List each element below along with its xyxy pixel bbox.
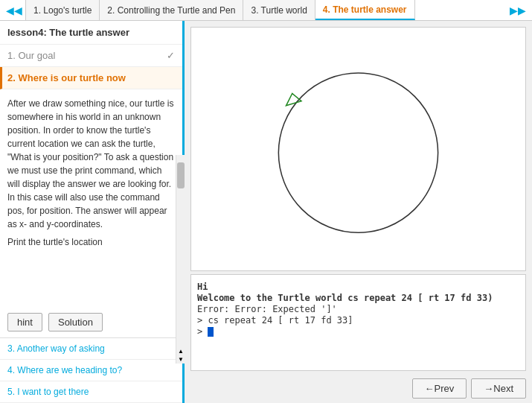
terminal-prompt: > (197, 326, 202, 337)
hint-solution-row: hint Solution (0, 307, 182, 337)
terminal-line-2: Welcome to the Turtle world cs repeat 24… (197, 293, 519, 303)
tab-turtle-answer[interactable]: 4. The turtle answer (315, 0, 415, 20)
sidebar-scrollbar[interactable]: ▲ ▼ (176, 155, 185, 364)
lesson-item-1[interactable]: 1. Our goal ✓ (0, 45, 182, 67)
tab-logos-turtle[interactable]: 1. Logo's turtle (25, 0, 100, 20)
sidebar-scroll-down[interactable]: ▼ (177, 355, 185, 364)
sidebar-wrapper: lesson4: The turtle answer 1. Our goal ✓… (0, 21, 185, 403)
top-nav-bar: ◀◀ 1. Logo's turtle 2. Controlling the T… (0, 0, 532, 21)
tab-turtle-world[interactable]: 3. Turtle world (243, 0, 315, 20)
terminal[interactable]: Hi Welcome to the Turtle world cs repeat… (190, 274, 526, 371)
terminal-command-1: cs repeat 24 [ rt 17 fd 33) (342, 293, 493, 303)
sidebar-scroll-up[interactable]: ▲ (177, 347, 185, 355)
sidebar-scroll-handle[interactable] (177, 162, 185, 188)
svg-marker-1 (286, 94, 301, 106)
lesson-item-1-label: 1. Our goal (7, 50, 55, 61)
sidebar-header: lesson4: The turtle answer (0, 21, 182, 45)
terminal-cursor (208, 327, 214, 337)
tab-controlling-turtle[interactable]: 2. Controlling the Turtle and Pen (100, 0, 243, 20)
other-items: 3. Another way of asking 4. Where are we… (0, 337, 182, 403)
lesson-text: After we draw something nice, our turtle… (7, 97, 175, 231)
lesson-item-2[interactable]: 2. Where is our turtle now (0, 67, 182, 89)
next-button[interactable]: →Next (471, 378, 526, 399)
content-area: Hi Welcome to the Turtle world cs repeat… (185, 21, 532, 403)
bottom-nav: ←Prev →Next (185, 374, 532, 403)
terminal-line-6: > (197, 326, 519, 337)
lesson-item-3[interactable]: 3. Another way of asking (0, 338, 182, 360)
svg-point-0 (278, 73, 438, 232)
prev-arrow[interactable]: ◀◀ (3, 4, 25, 16)
prev-button[interactable]: ←Prev (412, 378, 467, 399)
terminal-line-4: Error: Error: Expected ']' (197, 304, 519, 314)
next-arrow[interactable]: ▶▶ (507, 4, 529, 16)
lesson-item-1-check: ✓ (167, 50, 175, 61)
main-layout: lesson4: The turtle answer 1. Our goal ✓… (0, 21, 532, 403)
sidebar: lesson4: The turtle answer 1. Our goal ✓… (0, 21, 185, 403)
lesson-item-2-label: 2. Where is our turtle now (7, 72, 126, 83)
lesson-item-5[interactable]: 5. I want to get there (0, 381, 182, 403)
terminal-welcome-text: Welcome to the Turtle world (197, 293, 342, 303)
turtle-canvas-svg (191, 28, 525, 270)
nav-tabs: 1. Logo's turtle 2. Controlling the Turt… (25, 0, 507, 20)
print-label: Print the turtle's location (7, 235, 175, 249)
terminal-line-1: Hi (197, 282, 519, 292)
turtle-canvas-container (190, 27, 526, 271)
terminal-line-5: > cs repeat 24 [ rt 17 fd 33] (197, 315, 519, 326)
solution-button[interactable]: Solution (48, 313, 103, 331)
lesson-content: After we draw something nice, our turtle… (0, 89, 182, 307)
hint-button[interactable]: hint (7, 313, 42, 331)
lesson-item-4[interactable]: 4. Where are we heading to? (0, 360, 182, 381)
